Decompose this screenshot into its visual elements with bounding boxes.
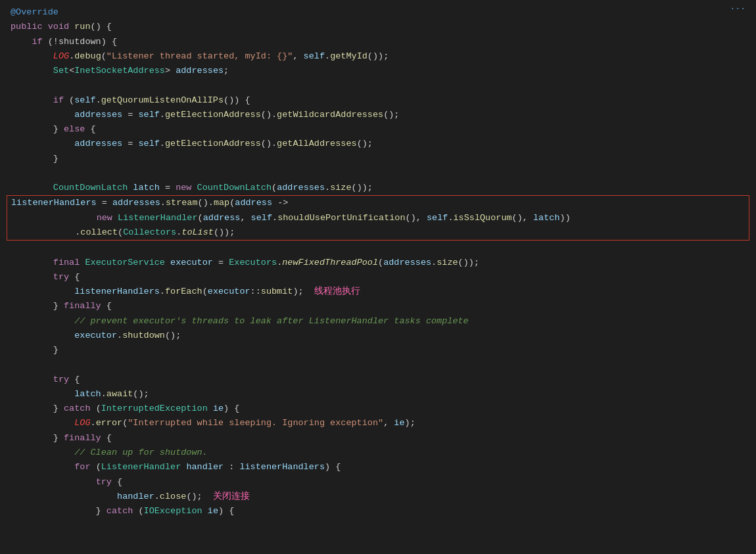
code-container: ··· @Override public void run() { if (!s… xyxy=(0,0,756,554)
line-log-error: LOG.error("Interrupted while sleeping. I… xyxy=(0,416,756,430)
line-if-quorum: if (self.getQuorumListenOnAllIPs()) { xyxy=(0,93,756,108)
highlighted-block: listenerHandlers = addresses.stream().ma… xyxy=(7,195,749,241)
line-close-else: } xyxy=(0,152,756,166)
line-blank2 xyxy=(0,166,756,181)
line-else: } else { xyxy=(0,122,756,137)
line-blank4 xyxy=(0,358,756,372)
line-if-shutdown: if (!shutdown) { xyxy=(0,35,756,49)
line-finally-2: } finally { xyxy=(0,431,756,446)
line-countdown-latch: CountDownLatch latch = new CountDownLatc… xyxy=(0,181,756,195)
line-addresses-wildcard: addresses = self.getElectionAddress().ge… xyxy=(0,108,756,122)
dots-menu[interactable]: ··· xyxy=(730,3,745,16)
line-comment-cleanup: // Clean up for shutdown. xyxy=(0,446,756,460)
line-method-sig: public void run() { xyxy=(0,20,756,34)
line-try-1: try { xyxy=(0,270,756,285)
line-listener-handlers-3: .collect(Collectors.toList()); xyxy=(7,225,749,240)
line-blank3 xyxy=(0,241,756,255)
line-log-debug: LOG.debug("Listener thread started, myId… xyxy=(0,49,756,64)
line-for-handler: for (ListenerHandler handler : listenerH… xyxy=(0,460,756,474)
line-annotation: @Override xyxy=(0,5,756,20)
line-finally-1: } finally { xyxy=(0,299,756,313)
line-catch: } catch (InterruptedException ie) { xyxy=(0,402,756,416)
line-latch-await: latch.await(); xyxy=(0,387,756,402)
line-listener-handlers-1: listenerHandlers = addresses.stream().ma… xyxy=(7,196,749,210)
line-addresses-all: addresses = self.getElectionAddress().ge… xyxy=(0,137,756,151)
line-blank1 xyxy=(0,78,756,93)
line-comment-prevent: // prevent executor's threads to leak af… xyxy=(0,314,756,329)
line-handler-close: handler.close(); 关闭连接 xyxy=(0,490,756,504)
line-foreach-submit: listenerHandlers.forEach(executor::submi… xyxy=(0,285,756,299)
line-set-addresses: Set<InetSocketAddress> addresses; xyxy=(0,64,756,78)
line-try-2: try { xyxy=(0,373,756,387)
line-close-finally-1: } xyxy=(0,343,756,358)
line-listener-handlers-2: new ListenerHandler(address, self.should… xyxy=(7,211,749,225)
line-catch-ioexception: } catch (IOException ie) { xyxy=(0,504,756,519)
line-final-executor: final ExecutorService executor = Executo… xyxy=(0,256,756,270)
line-executor-shutdown: executor.shutdown(); xyxy=(0,329,756,343)
line-try-3: try { xyxy=(0,475,756,490)
